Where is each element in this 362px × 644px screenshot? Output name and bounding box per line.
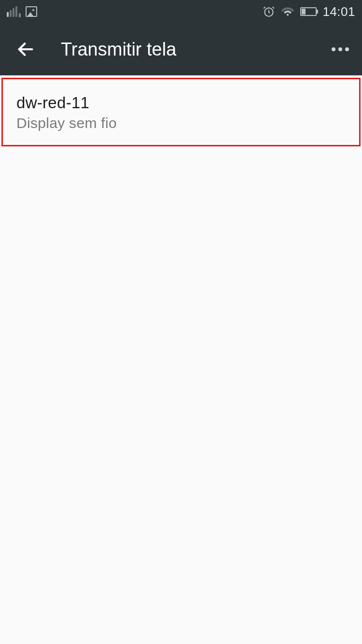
wifi-icon bbox=[281, 6, 294, 17]
device-list-item[interactable]: dw-red-11 Display sem fio bbox=[1, 78, 361, 146]
battery-icon bbox=[300, 7, 317, 16]
device-name-label: dw-red-11 bbox=[16, 94, 346, 112]
signal-sub-label: 1 bbox=[19, 13, 21, 17]
more-options-button[interactable] bbox=[328, 37, 352, 61]
page-title: Transmitir tela bbox=[61, 39, 328, 60]
status-bar: 1 14:01 bbox=[0, 0, 362, 23]
device-subtitle-label: Display sem fio bbox=[16, 115, 346, 131]
arrow-left-icon bbox=[16, 40, 35, 59]
status-left: 1 bbox=[7, 6, 37, 17]
app-bar: Transmitir tela bbox=[0, 23, 362, 75]
dots-icon bbox=[332, 47, 335, 51]
back-button[interactable] bbox=[14, 37, 38, 61]
clock-label: 14:01 bbox=[322, 4, 355, 19]
content-area: dw-red-11 Display sem fio bbox=[0, 78, 362, 146]
status-right: 14:01 bbox=[263, 4, 355, 19]
picture-icon bbox=[26, 6, 37, 17]
alarm-icon bbox=[263, 5, 275, 18]
signal-icon: 1 bbox=[7, 6, 21, 17]
